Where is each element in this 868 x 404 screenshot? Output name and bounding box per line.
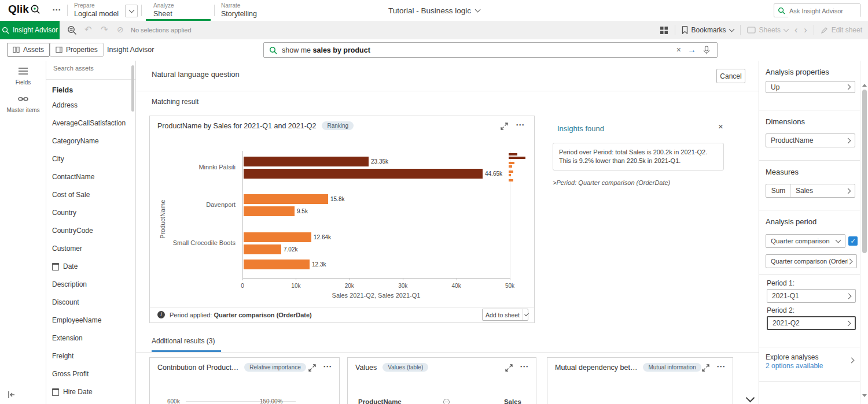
nav-narrate[interactable]: Narrate Storytelling xyxy=(221,0,279,21)
more-options-icon[interactable]: ⋯ xyxy=(520,361,529,372)
field-item-hire-date[interactable]: Hire Date xyxy=(46,383,133,401)
field-label: Extension xyxy=(52,329,83,347)
chart-minimap[interactable] xyxy=(509,153,529,202)
period-applied-label: Period applied: xyxy=(170,312,212,318)
additional-card-values[interactable]: Values Values (table) ⋯ ProductName Sale… xyxy=(347,357,536,404)
category-label[interactable]: Small Crocodile Boots xyxy=(173,239,236,246)
properties-icon xyxy=(56,46,62,53)
field-item-averagecallsatisfaction[interactable]: AverageCallSatisfaction xyxy=(46,114,133,132)
field-item-countrycode[interactable]: CountryCode xyxy=(46,222,133,240)
more-options-icon[interactable]: ⋯ xyxy=(323,361,332,372)
period-type-select[interactable]: Quarter comparison xyxy=(766,234,845,248)
bar[interactable] xyxy=(244,232,311,242)
expand-icon[interactable] xyxy=(702,364,709,372)
clear-selections-icon[interactable]: ⊘ xyxy=(117,25,124,34)
add-to-sheet-button[interactable]: Add to sheet xyxy=(482,309,528,321)
explore-analyses-link[interactable]: 2 options available xyxy=(766,362,823,370)
app-title-menu[interactable]: Tutorial - Business logic xyxy=(388,0,480,21)
query-text[interactable]: show me sales by product xyxy=(282,46,370,54)
bookmarks-button[interactable]: Bookmarks xyxy=(682,26,734,34)
sheet-icon xyxy=(747,27,756,34)
clear-query-icon[interactable]: × xyxy=(676,45,681,54)
chevron-right-icon[interactable] xyxy=(849,358,855,364)
prepare-caret-button[interactable] xyxy=(125,5,138,17)
period2-select[interactable]: 2021-Q2 xyxy=(767,316,856,330)
rail-tab-fields[interactable]: Fields xyxy=(0,66,46,86)
tab-additional-results[interactable]: Additional results (3) xyxy=(152,337,215,345)
bar[interactable] xyxy=(244,157,369,166)
field-item-country[interactable]: Country xyxy=(46,204,133,222)
rail-tab-master-items[interactable]: Master items xyxy=(0,94,46,113)
selections-tool-icon[interactable] xyxy=(67,25,77,35)
dimension-select[interactable]: ProductName xyxy=(766,134,855,147)
ask-insight-advisor-input[interactable] xyxy=(788,4,860,18)
more-options-icon[interactable]: ⋯ xyxy=(516,120,525,130)
more-options-icon[interactable]: ⋯ xyxy=(716,361,726,372)
field-item-description[interactable]: Description xyxy=(46,276,133,294)
measure-select[interactable]: Sum Sales xyxy=(766,184,855,198)
expand-icon[interactable] xyxy=(501,123,508,130)
field-item-date[interactable]: Date xyxy=(46,258,133,276)
additional-card-mutual-dependency[interactable]: Mutual dependency bet… Mutual informatio… xyxy=(547,357,733,404)
table-col-productname[interactable]: ProductName xyxy=(358,398,402,404)
measure-aggregation[interactable]: Sum xyxy=(766,187,790,195)
field-item-customer[interactable]: Customer xyxy=(46,240,133,258)
microphone-icon[interactable] xyxy=(703,46,710,55)
nav-analyze-sheet[interactable]: Analyze Sheet xyxy=(146,0,211,21)
scroll-up-arrow[interactable] xyxy=(862,84,867,87)
field-item-discount[interactable]: Discount xyxy=(46,294,133,312)
topbar-search[interactable] xyxy=(774,3,860,17)
field-item-categoryname[interactable]: CategoryName xyxy=(46,132,133,150)
field-item-employeename[interactable]: EmployeeName xyxy=(46,312,133,329)
field-item-gross-profit[interactable]: Gross Profit xyxy=(46,365,133,383)
category-label[interactable]: Minnki Pälsili xyxy=(198,164,236,171)
cancel-button[interactable]: Cancel xyxy=(716,69,745,83)
expand-icon[interactable] xyxy=(308,364,316,372)
field-item-city[interactable]: City xyxy=(46,150,133,168)
sheets-button[interactable]: Sheets xyxy=(747,26,788,34)
period-checkbox[interactable]: ✓ xyxy=(848,236,858,246)
assets-button[interactable]: Assets xyxy=(7,43,50,57)
insight-advisor-toggle-button[interactable]: Insight Advisor xyxy=(0,21,60,39)
nav-prepare[interactable]: Prepare Logical model xyxy=(74,0,139,21)
period1-select[interactable]: 2021-Q1 xyxy=(767,289,856,303)
column-search-icon[interactable] xyxy=(443,399,450,404)
redo-selection-icon[interactable]: ↷ xyxy=(101,24,108,35)
matching-result-chart-card[interactable]: ProductName by Sales for 2021-Q1 and 202… xyxy=(149,116,535,323)
search-assets-input[interactable] xyxy=(52,64,130,72)
expand-icon[interactable] xyxy=(505,364,513,372)
bar[interactable] xyxy=(244,194,328,204)
field-item-contactname[interactable]: ContactName xyxy=(46,168,133,186)
scrollbar-thumb[interactable] xyxy=(862,90,867,253)
properties-button[interactable]: Properties xyxy=(50,43,104,57)
bar[interactable] xyxy=(244,244,281,254)
more-menu-button[interactable]: ⋯ xyxy=(52,5,61,15)
scroll-down-arrow[interactable] xyxy=(862,394,867,397)
scroll-down-chevron[interactable] xyxy=(746,394,755,403)
undo-selection-icon[interactable]: ↶ xyxy=(84,24,92,35)
table-col-sales[interactable]: Sales xyxy=(504,398,521,404)
app-objects-grid-icon[interactable] xyxy=(660,26,668,35)
edit-sheet-button[interactable]: Edit sheet xyxy=(821,26,862,34)
close-icon[interactable]: × xyxy=(718,121,723,131)
sort-order-select[interactable]: Up xyxy=(766,81,855,93)
submit-query-icon[interactable]: → xyxy=(687,45,696,54)
collapse-panel-icon[interactable] xyxy=(7,390,16,399)
field-item-address[interactable]: Address xyxy=(46,97,133,114)
fields-scrollbar-thumb[interactable] xyxy=(131,65,134,112)
period-field-select[interactable]: Quarter comparison (OrderD… xyxy=(766,254,857,268)
prev-sheet-icon[interactable]: ‹ xyxy=(795,25,797,35)
field-item-freight[interactable]: Freight xyxy=(46,347,133,365)
bar[interactable] xyxy=(244,206,295,216)
nlq-search-bar[interactable]: show me sales by product × → xyxy=(263,42,718,58)
category-label[interactable]: Davenport xyxy=(206,201,236,208)
panel-scrollbar[interactable] xyxy=(860,61,868,404)
bar[interactable] xyxy=(244,169,483,179)
search-assets-box[interactable] xyxy=(46,61,136,80)
field-item-cost-of-sale[interactable]: Cost of Sale xyxy=(46,186,133,204)
selections-toolbar: Insight Advisor ↶ ↷ ⊘ No selections appl… xyxy=(0,21,868,40)
additional-card-contribution[interactable]: Contribution of Product… Relative import… xyxy=(149,357,340,404)
bar[interactable] xyxy=(244,260,310,269)
field-item-extension[interactable]: Extension xyxy=(46,329,133,347)
next-sheet-icon[interactable]: › xyxy=(804,25,807,35)
